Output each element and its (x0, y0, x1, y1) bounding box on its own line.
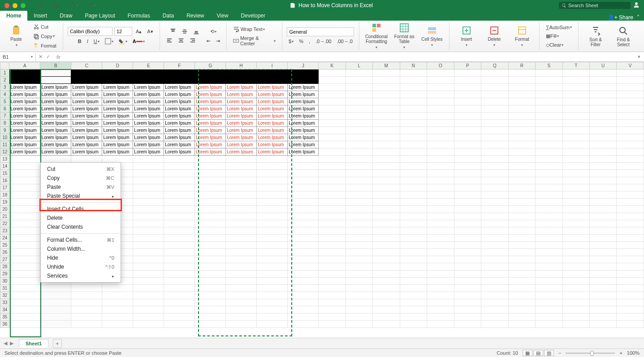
cell[interactable] (195, 213, 226, 220)
cell[interactable] (508, 256, 536, 263)
format-cells-button[interactable]: Format▾ (510, 24, 535, 48)
column-header[interactable]: Q (481, 62, 509, 70)
cell[interactable]: Lorem Ipsum (71, 91, 102, 98)
cell[interactable] (40, 285, 71, 292)
cell[interactable] (257, 313, 288, 321)
cell[interactable] (617, 77, 644, 84)
cell[interactable] (164, 321, 195, 328)
row-header[interactable]: 3 (0, 84, 9, 91)
cell[interactable] (319, 98, 346, 105)
cell[interactable] (481, 299, 509, 306)
cell[interactable] (319, 321, 346, 328)
format-painter-button[interactable]: Format (31, 42, 58, 50)
cell[interactable] (562, 292, 589, 299)
cell[interactable] (372, 220, 400, 227)
cell[interactable] (400, 156, 427, 163)
cell[interactable] (400, 270, 427, 278)
cell[interactable] (288, 177, 319, 184)
cell[interactable] (562, 235, 589, 242)
cell[interactable] (617, 113, 644, 120)
cell[interactable] (288, 163, 319, 170)
cell[interactable] (536, 299, 562, 306)
autosum-button[interactable]: ∑ AutoSum▾ (544, 24, 574, 31)
cell[interactable] (536, 285, 562, 292)
cell[interactable] (454, 213, 481, 220)
font-color-button[interactable]: A▾ (131, 38, 147, 45)
cell[interactable] (372, 278, 400, 285)
cell[interactable] (427, 206, 454, 213)
column-header[interactable]: B (40, 62, 71, 70)
cell[interactable]: Lorem Ipsum (257, 148, 288, 156)
cell[interactable] (288, 199, 319, 206)
cell[interactable] (9, 306, 40, 313)
align-middle-icon[interactable] (180, 27, 190, 35)
row-header[interactable]: 29 (0, 270, 9, 278)
cell[interactable] (427, 192, 454, 199)
search-input[interactable]: Search Sheet (559, 2, 631, 9)
cell[interactable] (427, 220, 454, 227)
cell[interactable]: Lorem Ipsum (257, 127, 288, 134)
cell[interactable] (372, 134, 400, 141)
cell[interactable] (562, 120, 589, 127)
decrease-font-icon[interactable]: A▾ (145, 28, 155, 35)
cell[interactable] (102, 292, 133, 299)
row-header[interactable]: 20 (0, 206, 9, 213)
cell[interactable] (372, 313, 400, 321)
context-menu-item-delete[interactable]: Delete (41, 213, 121, 222)
cell[interactable] (164, 299, 195, 306)
cell[interactable] (481, 213, 509, 220)
cell[interactable] (372, 256, 400, 263)
cell[interactable] (257, 235, 288, 242)
cell[interactable] (454, 278, 481, 285)
cell[interactable] (562, 256, 589, 263)
row-header[interactable]: 32 (0, 292, 9, 299)
cell[interactable]: Lorem Ipsum (71, 134, 102, 141)
cell[interactable]: Lorem Ipsum (195, 134, 226, 141)
cell[interactable] (40, 77, 71, 84)
cell[interactable] (71, 321, 102, 328)
cell[interactable] (133, 184, 164, 192)
cell[interactable] (164, 313, 195, 321)
cell[interactable] (164, 242, 195, 249)
row-header[interactable]: 1 (0, 70, 9, 77)
cell[interactable] (454, 141, 481, 148)
cell[interactable] (617, 70, 644, 77)
cell[interactable] (427, 213, 454, 220)
cell[interactable] (346, 98, 372, 105)
cell[interactable] (400, 184, 427, 192)
increase-indent-icon[interactable]: ⇥ (214, 37, 222, 45)
cell[interactable] (481, 170, 509, 177)
cell[interactable] (195, 70, 226, 77)
context-menu-item-clear-contents[interactable]: Clear Contents (41, 222, 121, 231)
cell[interactable] (427, 98, 454, 105)
cell[interactable] (454, 184, 481, 192)
cell[interactable] (481, 270, 509, 278)
cell[interactable] (481, 156, 509, 163)
cell[interactable] (9, 235, 40, 242)
cell[interactable]: Lorem Ipsum (102, 98, 133, 105)
column-header[interactable]: S (536, 62, 562, 70)
cell[interactable] (481, 120, 509, 127)
cell[interactable]: Lorem Ipsum (9, 127, 40, 134)
cell[interactable] (454, 270, 481, 278)
cell[interactable] (257, 263, 288, 270)
cell[interactable] (133, 163, 164, 170)
cell[interactable] (481, 177, 509, 184)
cell[interactable] (536, 192, 562, 199)
cell[interactable] (288, 306, 319, 313)
cell[interactable] (71, 77, 102, 84)
cell[interactable] (617, 184, 644, 192)
cell[interactable] (536, 270, 562, 278)
cell[interactable] (346, 235, 372, 242)
cell[interactable] (257, 249, 288, 256)
row-header[interactable]: 14 (0, 163, 9, 170)
cell[interactable]: Lorem Ipsum (257, 98, 288, 105)
row-header[interactable]: 23 (0, 227, 9, 235)
cell[interactable] (508, 184, 536, 192)
cell[interactable] (195, 199, 226, 206)
cell[interactable]: Lorem Ipsum (288, 141, 319, 148)
cell[interactable] (536, 127, 562, 134)
cell[interactable] (164, 70, 195, 77)
cell[interactable] (562, 163, 589, 170)
cell[interactable] (508, 113, 536, 120)
